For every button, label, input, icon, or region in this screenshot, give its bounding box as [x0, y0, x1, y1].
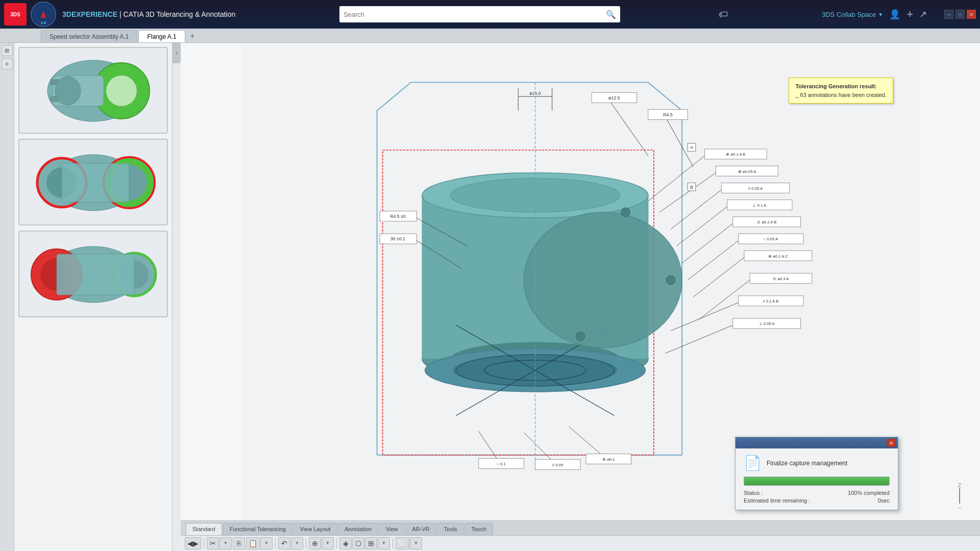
- expand-button[interactable]: ◀▶: [185, 537, 201, 549]
- progress-dialog-body: 📄 Finalize capture management Status : 1…: [736, 448, 898, 510]
- viewport[interactable]: ø12.5 R4.5 ⊕ ø0.1 A B ⊕ ø0.05 A // 0.05 …: [181, 43, 980, 551]
- toolbar-tab-label-4: View: [386, 526, 398, 532]
- search-bar[interactable]: 🔍: [339, 6, 620, 22]
- close-button[interactable]: ✕: [967, 10, 976, 19]
- compass-button[interactable]: v.8: [31, 2, 56, 27]
- share-icon[interactable]: ↗: [919, 9, 927, 20]
- titlebar: 3DS v.8 3DEXPERIENCE | CATIA 3D Toleranc…: [0, 0, 980, 29]
- progress-status-row: Status : 100% completed: [744, 490, 890, 496]
- undo-group: ↶ ▼: [278, 537, 303, 549]
- add-icon[interactable]: +: [906, 8, 913, 21]
- toolbar-tab-functional[interactable]: Functional Tolerancing: [223, 523, 292, 535]
- svg-text:A: A: [690, 145, 693, 150]
- toolbar-tab-view[interactable]: View: [379, 523, 405, 535]
- svg-text:⊥ 0.05 A: ⊥ 0.05 A: [759, 321, 775, 326]
- progress-info: Status : 100% completed Estimated time r…: [744, 490, 890, 504]
- separator-5: [393, 538, 393, 548]
- properties-icon[interactable]: ≡: [2, 58, 13, 69]
- titlebar-right: 3DS Collab Space ▼ 👤 + ↗ ─ □ ✕: [822, 8, 976, 21]
- tooltip-title: Tolerancing Generation result:: [795, 82, 887, 91]
- svg-point-2: [106, 76, 137, 106]
- view3d-button[interactable]: ◈: [339, 537, 352, 549]
- tab-flange[interactable]: Flange A.1: [138, 30, 185, 42]
- compass-version: v.8: [41, 20, 46, 25]
- svg-text:⊕ ø0.05 A: ⊕ ø0.05 A: [738, 169, 757, 174]
- svg-text:R4.5: R4.5: [663, 112, 673, 117]
- thumbnail-1[interactable]: [18, 47, 168, 134]
- svg-text:⊥ 0.1 A: ⊥ 0.1 A: [752, 203, 767, 208]
- thumbnail-1-svg: [27, 51, 160, 130]
- app-title-main: | CATIA 3D Tolerancing & Annotation: [117, 10, 235, 18]
- tab-label-1: Speed selector Assembly A.1: [50, 33, 129, 40]
- axis-indicator: Z ↔: [949, 480, 970, 510]
- paste-button[interactable]: 📋: [246, 537, 260, 549]
- section-button[interactable]: ⊞: [365, 537, 377, 549]
- tree-icon[interactable]: ⊞: [2, 45, 13, 56]
- svg-text:⊕ ø0.1: ⊕ ø0.1: [602, 457, 615, 462]
- cut-dropdown[interactable]: ▼: [219, 537, 232, 549]
- toolbar-tab-label-7: Touch: [471, 526, 486, 532]
- collab-space-button[interactable]: 3DS Collab Space ▼: [822, 11, 883, 18]
- axis-horizontal: ↔: [957, 505, 962, 510]
- window-controls: ─ □ ✕: [943, 10, 976, 19]
- progress-status-label: Status :: [744, 490, 763, 496]
- toolbar-tab-standard[interactable]: Standard: [186, 523, 222, 535]
- toolbar-tab-touch[interactable]: Touch: [464, 523, 493, 535]
- thumbnail-3-svg: [27, 235, 160, 314]
- svg-text:R4.5 ±0: R4.5 ±0: [390, 214, 406, 219]
- select-group: ⊕ ▼: [309, 537, 334, 549]
- toolbar-tab-label-3: Annotation: [345, 526, 372, 532]
- render-button[interactable]: ⬡: [352, 537, 364, 549]
- toolbar-tab-label-6: Tools: [444, 526, 457, 532]
- select-button[interactable]: ⊕: [309, 537, 321, 549]
- search-input[interactable]: [344, 11, 606, 18]
- undo-dropdown[interactable]: ▼: [291, 537, 303, 549]
- chevron-down-icon[interactable]: ▼: [878, 12, 883, 17]
- tab-label-2: Flange A.1: [147, 33, 176, 40]
- progress-dialog: ✕ 📄 Finalize capture management Status :…: [735, 437, 898, 510]
- display-button[interactable]: ⬜: [396, 537, 409, 549]
- toolbar-tab-label-0: Standard: [192, 526, 215, 532]
- view-group: ◈ ⬡ ⊞ ▼: [339, 537, 390, 549]
- z-axis-line: [959, 488, 960, 504]
- app-logo[interactable]: 3DS: [4, 3, 27, 26]
- thumbnail-2[interactable]: [18, 139, 168, 226]
- user-icon[interactable]: 👤: [889, 9, 900, 20]
- maximize-button[interactable]: □: [955, 10, 965, 19]
- search-icon[interactable]: 🔍: [606, 10, 616, 19]
- progress-bar-container: [744, 477, 890, 486]
- tag-icon[interactable]: 🏷: [719, 9, 728, 20]
- toolbar-tab-annotation[interactable]: Annotation: [338, 523, 378, 535]
- undo-button[interactable]: ↶: [278, 537, 290, 549]
- app-title: 3DEXPERIENCE | CATIA 3D Tolerancing & An…: [62, 10, 235, 18]
- toolbar-tab-arvr[interactable]: AR-VR: [406, 523, 436, 535]
- display-dropdown[interactable]: ▼: [410, 537, 422, 549]
- svg-text:⊕ ø0.1 A C: ⊕ ø0.1 A C: [768, 254, 788, 259]
- toolbar-tab-tools[interactable]: Tools: [437, 523, 464, 535]
- tab-speed-selector[interactable]: Speed selector Assembly A.1: [41, 30, 137, 42]
- paste-group: 📋 ▼: [246, 537, 273, 549]
- progress-close-button[interactable]: ✕: [887, 439, 896, 447]
- toolbar-buttons: ◀▶ ✂ ▼ ⎘ 📋 ▼ ↶ ▼: [181, 535, 980, 551]
- progress-header: 📄 Finalize capture management: [744, 455, 890, 471]
- view-dropdown[interactable]: ▼: [378, 537, 390, 549]
- add-tab-button[interactable]: +: [186, 30, 199, 42]
- z-axis-label: Z: [958, 483, 961, 488]
- display-group: ⬜ ▼: [396, 537, 422, 549]
- copy-button[interactable]: ⎘: [233, 537, 245, 549]
- select-dropdown[interactable]: ▼: [322, 537, 334, 549]
- svg-text:30 ±0.1: 30 ±0.1: [390, 236, 406, 241]
- minimize-button[interactable]: ─: [944, 10, 953, 19]
- progress-time-value: 0sec: [878, 497, 890, 504]
- collapse-panel-button[interactable]: ‹: [173, 43, 181, 63]
- toolbar-tab-viewlayout[interactable]: View Layout: [293, 523, 337, 535]
- svg-text:⊕ ø0.1 A B: ⊕ ø0.1 A B: [726, 152, 745, 157]
- thumbnail-3[interactable]: [18, 231, 168, 317]
- toolbar-tab-bar: Standard Functional Tolerancing View Lay…: [181, 521, 980, 535]
- left-sidebar-icons: ⊞ ≡: [0, 43, 14, 551]
- thumbnail-panel: [14, 43, 173, 551]
- progress-status-value: 100% completed: [848, 490, 890, 496]
- svg-rect-18: [57, 254, 134, 295]
- cut-button[interactable]: ✂: [207, 537, 219, 549]
- paste-dropdown[interactable]: ▼: [260, 537, 273, 549]
